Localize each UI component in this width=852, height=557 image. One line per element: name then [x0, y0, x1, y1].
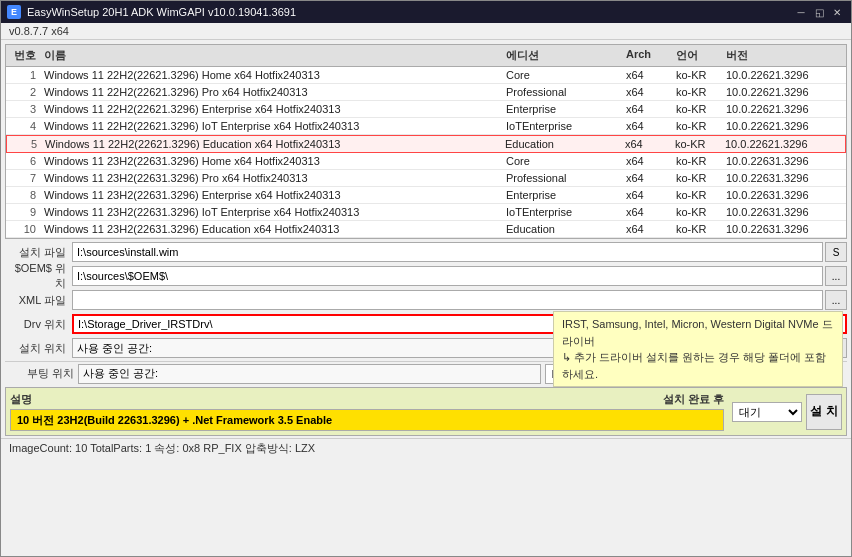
- table-row[interactable]: 6 Windows 11 23H2(22631.3296) Home x64 H…: [6, 153, 846, 170]
- td-ver: 10.0.22621.3296: [722, 68, 842, 82]
- td-ver: 10.0.22631.3296: [722, 171, 842, 185]
- td-lang: ko-KR: [672, 85, 722, 99]
- td-no: 2: [10, 85, 40, 99]
- col-header-arch: Arch: [622, 47, 672, 64]
- oem-input[interactable]: [72, 266, 823, 286]
- oem-label: $OEM$ 위치: [5, 261, 70, 291]
- table-row[interactable]: 8 Windows 11 23H2(22631.3296) Enterprise…: [6, 187, 846, 204]
- td-ver: 10.0.22631.3296: [722, 205, 842, 219]
- td-no: 1: [10, 68, 40, 82]
- title-bar-left: E EasyWinSetup 20H1 ADK WimGAPI v10.0.19…: [7, 5, 296, 19]
- td-edition: IoTEnterprise: [502, 205, 622, 219]
- td-lang: ko-KR: [672, 171, 722, 185]
- bottom-left: 설명 설치 완료 후 10 버전 23H2(Build 22631.3296) …: [10, 392, 724, 431]
- table-row[interactable]: 3 Windows 11 22H2(22621.3296) Enterprise…: [6, 101, 846, 118]
- drv-row: Drv 위치 ⟵ IRST, Samsung, Intel, Micron, W…: [5, 313, 847, 335]
- td-lang: ko-KR: [672, 154, 722, 168]
- install-location-label: 설치 위치: [5, 341, 70, 356]
- col-header-lang: 언어: [672, 47, 722, 64]
- table-row[interactable]: 9 Windows 11 23H2(22631.3296) IoT Enterp…: [6, 204, 846, 221]
- install-file-input[interactable]: [72, 242, 823, 262]
- table-header: 번호 이름 에디션 Arch 언어 버전: [6, 45, 846, 67]
- table-row[interactable]: 5 Windows 11 22H2(22621.3296) Education …: [6, 135, 846, 153]
- td-edition: Education: [501, 137, 621, 151]
- xml-input[interactable]: [72, 290, 823, 310]
- title-bar-text: EasyWinSetup 20H1 ADK WimGAPI v10.0.1904…: [27, 6, 296, 18]
- restore-button[interactable]: ◱: [811, 5, 827, 19]
- table-body: 1 Windows 11 22H2(22621.3296) Home x64 H…: [6, 67, 846, 238]
- td-edition: Education: [502, 222, 622, 236]
- bottom-right: 대기 재시작 종료 설 치: [732, 394, 842, 430]
- td-lang: ko-KR: [672, 68, 722, 82]
- td-lang: ko-KR: [671, 137, 721, 151]
- td-edition: Professional: [502, 85, 622, 99]
- td-edition: Enterprise: [502, 102, 622, 116]
- td-name: Windows 11 23H2(22631.3296) Pro x64 Hotf…: [40, 171, 502, 185]
- table-row[interactable]: 4 Windows 11 22H2(22621.3296) IoT Enterp…: [6, 118, 846, 135]
- td-arch: x64: [621, 137, 671, 151]
- drv-tooltip: IRST, Samsung, Intel, Micron, Western Di…: [553, 311, 843, 387]
- install-file-button[interactable]: S: [825, 242, 847, 262]
- table-row[interactable]: 2 Windows 11 22H2(22621.3296) Pro x64 Ho…: [6, 84, 846, 101]
- table-row[interactable]: 1 Windows 11 22H2(22621.3296) Home x64 H…: [6, 67, 846, 84]
- td-ver: 10.0.22631.3296: [722, 188, 842, 202]
- image-table: 번호 이름 에디션 Arch 언어 버전 1 Windows 11 22H2(2…: [5, 44, 847, 239]
- td-no: 3: [10, 102, 40, 116]
- install-after-select[interactable]: 대기 재시작 종료: [732, 402, 802, 422]
- xml-button[interactable]: ...: [825, 290, 847, 310]
- setting-label: 설명: [10, 392, 32, 407]
- td-name: Windows 11 22H2(22621.3296) Pro x64 Hotf…: [40, 85, 502, 99]
- td-name: Windows 11 23H2(22631.3296) Enterprise x…: [40, 188, 502, 202]
- version-bar: v0.8.7.7 x64: [1, 23, 851, 40]
- td-name: Windows 11 22H2(22621.3296) Home x64 Hot…: [40, 68, 502, 82]
- main-window: E EasyWinSetup 20H1 ADK WimGAPI v10.0.19…: [0, 0, 852, 557]
- status-text: ImageCount: 10 TotalParts: 1 속성: 0x8 RP_…: [9, 442, 315, 454]
- col-header-edition: 에디션: [502, 47, 622, 64]
- td-lang: ko-KR: [672, 119, 722, 133]
- td-lang: ko-KR: [672, 188, 722, 202]
- bottom-section: 설명 설치 완료 후 10 버전 23H2(Build 22631.3296) …: [5, 387, 847, 436]
- td-edition: Core: [502, 68, 622, 82]
- col-header-no: 번호: [10, 47, 40, 64]
- td-arch: x64: [622, 205, 672, 219]
- td-no: 7: [10, 171, 40, 185]
- td-arch: x64: [622, 154, 672, 168]
- bottom-right-row: 대기 재시작 종료 설 치: [732, 394, 842, 430]
- td-edition: Core: [502, 154, 622, 168]
- td-lang: ko-KR: [672, 222, 722, 236]
- td-arch: x64: [622, 68, 672, 82]
- td-arch: x64: [622, 222, 672, 236]
- install-after-label: 설치 완료 후: [663, 392, 724, 407]
- td-no: 6: [10, 154, 40, 168]
- xml-row: XML 파일 ...: [5, 289, 847, 311]
- td-arch: x64: [622, 171, 672, 185]
- version-text: v0.8.7.7 x64: [9, 25, 69, 37]
- install-button[interactable]: 설 치: [806, 394, 842, 430]
- td-no: 5: [11, 137, 41, 151]
- td-ver: 10.0.22631.3296: [722, 154, 842, 168]
- td-ver: 10.0.22621.3296: [722, 119, 842, 133]
- td-name: Windows 11 22H2(22621.3296) Enterprise x…: [40, 102, 502, 116]
- table-row[interactable]: 7 Windows 11 23H2(22631.3296) Pro x64 Ho…: [6, 170, 846, 187]
- oem-button[interactable]: ...: [825, 266, 847, 286]
- drv-label: Drv 위치: [5, 317, 70, 332]
- td-arch: x64: [622, 188, 672, 202]
- td-edition: Professional: [502, 171, 622, 185]
- td-arch: x64: [622, 102, 672, 116]
- td-lang: ko-KR: [672, 102, 722, 116]
- close-button[interactable]: ✕: [829, 5, 845, 19]
- td-name: Windows 11 22H2(22621.3296) Education x6…: [41, 137, 501, 151]
- table-row[interactable]: 10 Windows 11 23H2(22631.3296) Education…: [6, 221, 846, 238]
- app-icon: E: [7, 5, 21, 19]
- td-lang: ko-KR: [672, 205, 722, 219]
- minimize-button[interactable]: ─: [793, 5, 809, 19]
- boot-input[interactable]: [78, 364, 541, 384]
- td-no: 4: [10, 119, 40, 133]
- xml-label: XML 파일: [5, 293, 70, 308]
- td-ver: 10.0.22631.3296: [722, 222, 842, 236]
- title-bar-controls: ─ ◱ ✕: [793, 5, 845, 19]
- col-header-name: 이름: [40, 47, 502, 64]
- oem-row: $OEM$ 위치 ...: [5, 265, 847, 287]
- col-header-ver: 버전: [722, 47, 842, 64]
- td-name: Windows 11 22H2(22621.3296) IoT Enterpri…: [40, 119, 502, 133]
